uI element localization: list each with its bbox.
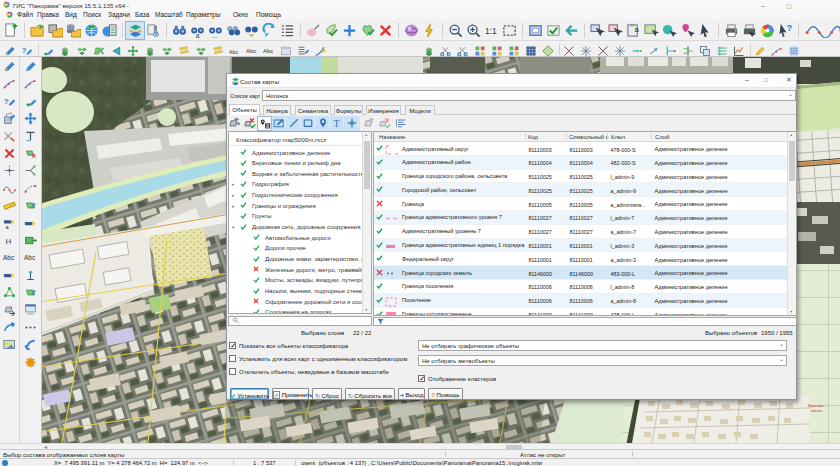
svg-text:a: a [5, 224, 9, 230]
svg-text:...: ... [211, 31, 217, 37]
svg-text:H: H [5, 237, 11, 246]
svg-text:?: ? [786, 23, 792, 33]
svg-text:Abc: Abc [263, 48, 273, 54]
svg-text:T: T [333, 118, 339, 129]
svg-text:a: a [634, 25, 639, 34]
svg-text:Abc: Abc [3, 254, 15, 261]
svg-text:?: ? [22, 46, 27, 55]
svg-text:a: a [654, 46, 657, 52]
svg-text:лента: лента [811, 408, 823, 413]
svg-text:a: a [195, 31, 199, 37]
svg-text:1:1: 1:1 [484, 26, 496, 36]
svg-text:Abc: Abc [246, 48, 256, 54]
svg-text:Abc: Abc [229, 49, 238, 55]
svg-text:Abc: Abc [24, 254, 36, 261]
svg-text:?: ? [4, 97, 9, 106]
